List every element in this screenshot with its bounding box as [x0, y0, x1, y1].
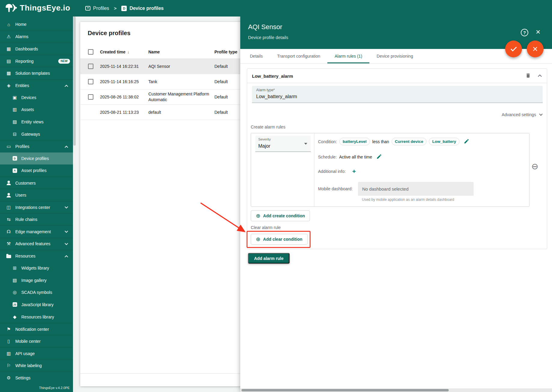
edit-schedule-button[interactable]	[376, 154, 382, 160]
delete-alarm-rule-button[interactable]	[525, 72, 531, 80]
sidebar-item-dashboards[interactable]: ▦Dashboards	[0, 43, 73, 55]
panel-header: AQI Sensor Device profile details ? ×	[240, 17, 552, 49]
settings-icon: ⚙	[5, 375, 12, 381]
clear-alarm-rule-label: Clear alarm rule	[251, 225, 281, 230]
sidebar-item-label: SCADA symbols	[21, 290, 52, 295]
sidebar-item-label: Asset profiles	[21, 168, 47, 173]
app-logo[interactable]: ThingsEye.io	[4, 2, 70, 13]
entity-views-icon: ▨	[11, 119, 18, 125]
solution-templates-icon: ▩	[5, 71, 12, 76]
sidebar-item-label: Advanced features	[15, 241, 50, 246]
sidebar-item-edge-management[interactable]: ☊Edge management	[0, 225, 73, 238]
horizontal-scrollbar[interactable]	[240, 388, 552, 392]
sidebar-item-entity-views[interactable]: ▨Entity views	[0, 116, 73, 128]
horizontal-scrollbar-thumb[interactable]	[241, 389, 449, 391]
sidebar-item-api-usage[interactable]: ▥API usage	[0, 347, 73, 360]
sidebar-item-asset-profiles[interactable]: AAsset profiles	[0, 164, 73, 177]
sidebar-item-users[interactable]: Users	[0, 189, 73, 201]
schedule-value: Active all the time	[339, 155, 372, 159]
sidebar-item-entities[interactable]: ◈Entities	[0, 79, 73, 92]
sidebar-item-notification-center[interactable]: ⚑Notification center	[0, 323, 73, 335]
add-alarm-rule-button[interactable]: Add alarm rule	[248, 253, 290, 264]
add-create-condition-button[interactable]: ⊕ Add create condition	[251, 210, 310, 221]
alarm-type-label: Alarm type*	[256, 88, 275, 92]
sidebar-item-solution-templates[interactable]: ▩Solution templates	[0, 67, 73, 79]
severity-select[interactable]: Severity Major	[255, 136, 311, 152]
cell-name: AQI Sensor	[148, 64, 214, 69]
alarm-condition-box: Severity Major Condition: batteryLevel l…	[251, 133, 529, 207]
sidebar-item-reporting[interactable]: ▤ReportingNEW	[0, 55, 73, 67]
sidebar-item-device-profiles[interactable]: DDevice profiles	[0, 152, 73, 165]
page-title: Device profiles	[88, 30, 130, 37]
notification-center-icon: ⚑	[5, 327, 12, 332]
select-all-checkbox[interactable]	[88, 49, 93, 55]
entities-icon: ◈	[5, 83, 12, 88]
sidebar-item-image-gallery[interactable]: ▧Image gallery	[0, 274, 73, 286]
sidebar-item-scada-symbols[interactable]: ◎SCADA symbols	[0, 286, 73, 299]
sidebar-item-label: Solution templates	[15, 71, 50, 76]
alarm-rule-name: Low_battery_alarm	[252, 74, 293, 79]
breadcrumb-profiles[interactable]: Profiles	[85, 6, 109, 11]
white-labeling-icon: ⚐	[5, 363, 12, 368]
customers-icon	[5, 181, 12, 185]
chevron-up-icon	[538, 74, 542, 78]
sidebar-item-settings[interactable]: ⚙Settings	[0, 372, 73, 384]
dashboards-icon: ▦	[5, 46, 12, 52]
advanced-settings-toggle[interactable]: Advanced settings	[502, 112, 542, 117]
sidebar-item-customers[interactable]: Customers	[0, 177, 73, 189]
cell-name: Tank	[148, 79, 214, 85]
apply-changes-button[interactable]	[505, 41, 522, 57]
sidebar-item-resources[interactable]: Resources	[0, 250, 73, 262]
column-name[interactable]: Name	[148, 49, 214, 55]
help-icon[interactable]: ?	[521, 29, 528, 36]
sidebar-item-label: Widgets library	[21, 266, 49, 270]
sidebar-scrollbar-thumb[interactable]	[73, 17, 76, 146]
row-checkbox[interactable]	[88, 79, 93, 84]
tab-details[interactable]: Details	[243, 49, 270, 63]
cancel-changes-button[interactable]: ×	[527, 41, 544, 57]
tab-transport-configuration[interactable]: Transport configuration	[270, 49, 327, 63]
edit-condition-button[interactable]	[464, 138, 469, 145]
add-details-icon[interactable]: +	[352, 168, 356, 174]
sidebar: ⌂Home⚠Alarms▦Dashboards▤ReportingNEW▩Sol…	[0, 17, 73, 392]
sidebar-item-label: Devices	[21, 95, 36, 100]
pencil-icon	[464, 138, 469, 144]
sidebar-item-advanced-features[interactable]: ⚒Advanced features	[0, 238, 73, 250]
tab-alarm-rules-1[interactable]: Alarm rules (1)	[327, 49, 369, 63]
remove-condition-button[interactable]: ⊖	[531, 162, 538, 171]
breadcrumb-device-profiles[interactable]: D Device profiles	[121, 6, 164, 11]
sidebar-item-resources-library[interactable]: ◆Resources library	[0, 311, 73, 323]
edge-management-icon: ☊	[5, 229, 12, 234]
sidebar-item-label: Users	[15, 193, 26, 198]
condition-rows: Condition: batteryLevel less than Curren…	[318, 133, 529, 207]
tab-device-provisioning[interactable]: Device provisioning	[369, 49, 420, 63]
sidebar-item-javascript-library[interactable]: JSJavaScript library	[0, 299, 73, 311]
alarm-type-field[interactable]: Alarm type* Low_battery_alarm	[252, 86, 543, 103]
sidebar-item-mobile-center[interactable]: ▯Mobile center	[0, 335, 73, 347]
sidebar-item-home[interactable]: ⌂Home	[0, 18, 73, 31]
cell-name: Customer Management Platform Automatic	[148, 91, 214, 103]
sidebar-item-rule-chains[interactable]: ⇆Rule chains	[0, 213, 73, 226]
mobile-dashboard-select[interactable]: No dashboard selected	[358, 182, 474, 196]
sidebar-item-profiles[interactable]: ▭Profiles	[0, 140, 73, 152]
sidebar-item-white-labeling[interactable]: ⚐White labeling	[0, 360, 73, 372]
collapse-alarm-rule-button[interactable]	[537, 73, 543, 79]
sidebar-item-devices[interactable]: ▣Devices	[0, 92, 73, 104]
condition-key-chip[interactable]: batteryLevel	[339, 138, 370, 145]
sidebar-item-gateways[interactable]: ⊟Gateways	[0, 128, 73, 140]
new-badge: NEW	[58, 59, 70, 64]
sidebar-item-integrations-center[interactable]: ◫Integrations center	[0, 201, 73, 213]
sidebar-item-widgets-library[interactable]: ⊞Widgets library	[0, 262, 73, 274]
sidebar-item-alarms[interactable]: ⚠Alarms	[0, 31, 73, 43]
sidebar-item-assets[interactable]: ▥Assets	[0, 104, 73, 116]
add-clear-condition-button[interactable]: ⊕ Add clear condition	[251, 234, 308, 245]
row-checkbox[interactable]	[88, 64, 93, 69]
sidebar-item-label: Notification center	[15, 327, 49, 332]
row-checkbox[interactable]	[88, 94, 93, 100]
sidebar-scrollbar[interactable]	[73, 17, 76, 392]
close-icon[interactable]: ×	[536, 27, 540, 37]
condition-value-chip[interactable]: Low_battery	[429, 138, 459, 145]
column-created-time[interactable]: Created time↓	[100, 50, 148, 54]
condition-entity-chip[interactable]: Current device	[392, 138, 427, 145]
condition-row: Condition: batteryLevel less than Curren…	[318, 138, 469, 145]
